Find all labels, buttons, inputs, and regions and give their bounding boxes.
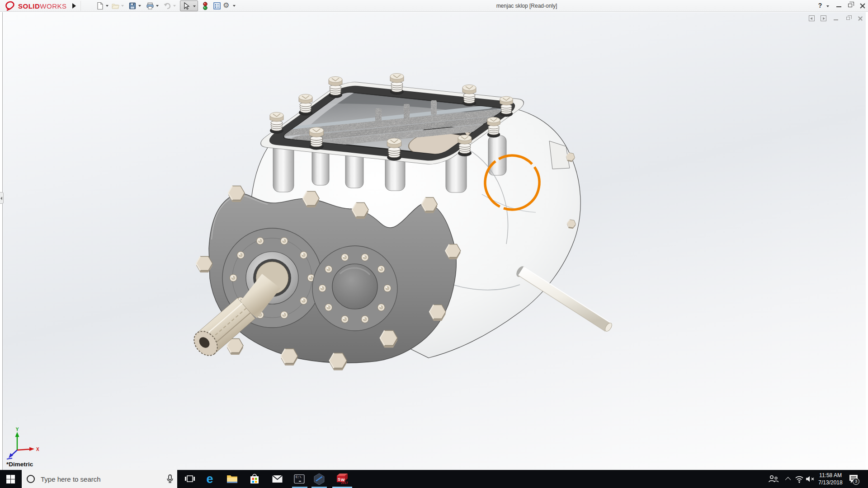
file-explorer-button[interactable] [222, 470, 242, 488]
solidworks-window: Y X *Dimetric SOLIDWORKS [0, 0, 868, 488]
taskbar-search[interactable] [22, 470, 177, 488]
print-icon[interactable] [146, 2, 154, 10]
minimize-button[interactable] [833, 0, 845, 12]
doc-restore-button[interactable] [844, 15, 854, 22]
options-dropdown[interactable] [233, 5, 236, 7]
edge-icon: e [206, 474, 213, 484]
wifi-icon [795, 475, 804, 483]
chevron-up-icon [785, 477, 791, 483]
people-icon [768, 474, 779, 483]
rebuild-traffic-light-icon[interactable] [201, 2, 209, 10]
file-properties-icon[interactable] [213, 2, 221, 10]
windows-taskbar: e [0, 470, 868, 488]
hexagon-app-icon [313, 473, 325, 485]
volume-muted-icon [806, 476, 815, 482]
file-explorer-icon [226, 474, 238, 484]
undo-dropdown [173, 5, 176, 7]
help-icon[interactable]: ? [816, 2, 824, 9]
close-button[interactable] [856, 0, 868, 12]
sw-year-label: 2017 [341, 481, 348, 484]
restore-button[interactable] [844, 0, 857, 12]
new-document-dropdown[interactable] [106, 5, 108, 7]
x-axis-arrow [29, 447, 34, 451]
tray-clock[interactable]: 11:58 AM 7/13/2018 [815, 472, 846, 486]
svg-text:S: S [338, 477, 340, 481]
shift-fork-tab [431, 100, 437, 115]
help-dropdown[interactable] [826, 5, 829, 7]
panel-toggle-left-icon[interactable] [807, 15, 817, 22]
shift-fork-tab [375, 108, 382, 125]
title-bar: SOLIDWORKS [0, 0, 868, 12]
solidworks-logo-mark [5, 1, 16, 11]
select-dropdown[interactable] [193, 5, 196, 7]
undo-icon [163, 2, 171, 10]
toolbar-flyout-icon[interactable] [72, 3, 76, 9]
cortana-icon [27, 475, 35, 483]
doc-minimize-button[interactable] [832, 15, 842, 22]
shift-fork-tab [404, 104, 410, 119]
gearbox-model[interactable]: Y X [0, 0, 868, 488]
windows-logo-icon [6, 475, 15, 483]
people-button[interactable] [766, 470, 781, 488]
feature-manager-collapsed-tab[interactable] [0, 192, 4, 204]
document-window-controls [807, 15, 865, 23]
toolbar-separator [80, 1, 81, 11]
network-button[interactable] [793, 470, 805, 488]
edge-button[interactable]: e [200, 470, 220, 488]
open-dropdown [121, 5, 124, 7]
y-axis-arrow [15, 432, 19, 437]
solidworks-logo: SOLIDWORKS [5, 1, 67, 11]
search-input[interactable] [41, 470, 167, 488]
cmd-prompt-text: C:\ [296, 475, 302, 479]
start-button[interactable] [0, 470, 22, 488]
view-orientation-label: *Dimetric [6, 461, 33, 468]
document-title: menjac sklop [Read-only] [470, 0, 583, 12]
task-view-icon [184, 474, 195, 484]
orientation-triad: Y X [7, 427, 39, 459]
notification-badge: 3 [853, 478, 859, 485]
y-axis-label: Y [16, 427, 19, 432]
mail-button[interactable] [267, 470, 287, 488]
solidworks-logo-text: SOLIDWORKS [18, 2, 67, 10]
options-gear-icon[interactable]: ⚙ [223, 1, 229, 9]
panel-toggle-right-icon[interactable] [819, 15, 829, 22]
output-bearing-cover[interactable] [312, 246, 397, 331]
solidworks-taskbar-button[interactable]: S W 2017 [331, 470, 353, 488]
tray-time: 11:58 AM [815, 472, 846, 479]
command-prompt-button[interactable]: C:\ [289, 470, 309, 488]
doc-close-button[interactable] [856, 15, 866, 22]
task-view-button[interactable] [180, 470, 200, 488]
select-tool-button[interactable] [180, 0, 198, 11]
tray-date: 7/13/2018 [815, 479, 846, 486]
print-dropdown[interactable] [156, 5, 159, 7]
microphone-icon[interactable] [166, 474, 174, 483]
hexagon-app-button[interactable] [309, 470, 329, 488]
save-dropdown[interactable] [138, 5, 141, 7]
tray-overflow-button[interactable] [783, 470, 793, 488]
front-flange[interactable] [189, 186, 461, 370]
save-icon[interactable] [128, 2, 137, 10]
store-button[interactable] [245, 470, 264, 488]
new-document-icon[interactable] [96, 2, 104, 10]
select-cursor-icon [182, 2, 190, 10]
x-axis-label: X [36, 447, 39, 452]
open-icon [111, 2, 119, 10]
store-icon [249, 473, 260, 485]
mail-icon [272, 474, 283, 483]
